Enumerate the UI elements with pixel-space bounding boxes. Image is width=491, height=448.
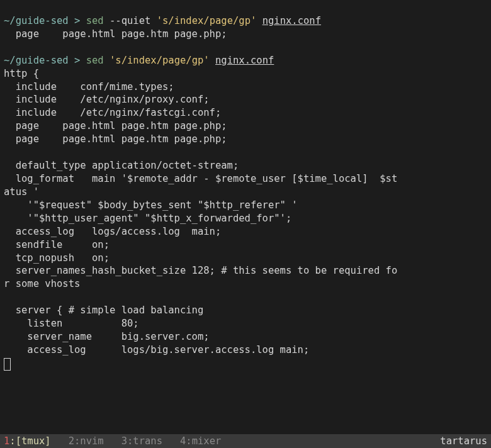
- prompt-separator: >: [74, 55, 80, 66]
- output-line: access_log logs/big.server.access.log ma…: [4, 344, 309, 356]
- tmux-window-3[interactable]: 3:trans: [121, 435, 162, 448]
- output-line: server { # simple load balancing: [4, 305, 203, 316]
- output-line: sendfile on;: [4, 239, 110, 250]
- terminal-output[interactable]: ~/guide-sed > sed --quiet 's/index/page/…: [0, 0, 491, 434]
- prompt-line-2: ~/guide-sed > sed 's/index/page/gp' ngin…: [4, 55, 274, 66]
- command-name: sed: [86, 55, 104, 66]
- window-name-active: :[tmux]: [9, 435, 50, 447]
- output-line: tcp_nopush on;: [4, 252, 110, 264]
- command-name: sed: [86, 15, 104, 26]
- output-line: http {: [4, 68, 39, 79]
- output-line: '"$request" $body_bytes_sent "$http_refe…: [4, 199, 298, 211]
- output-line: page page.html page.htm page.php;: [4, 133, 227, 145]
- command-flag: --quiet: [110, 15, 150, 26]
- output-line: server_name big.server.com;: [4, 331, 210, 342]
- command-string: 's/index/page/gp': [110, 55, 210, 66]
- output-line: server_names_hash_bucket_size 128; # thi…: [4, 265, 397, 276]
- output-line: atus ': [4, 186, 39, 198]
- output-line: include conf/mime.types;: [4, 81, 174, 92]
- tmux-statusbar: 1:[tmux]2:nvim3:trans4:mixer tartarus: [0, 434, 491, 448]
- output-line: include /etc/nginx/proxy.conf;: [4, 94, 210, 105]
- output-line: listen 80;: [4, 318, 139, 329]
- window-number: 1: [4, 435, 9, 447]
- prompt-path: ~/guide-sed: [4, 55, 69, 66]
- command-arg: nginx.conf: [262, 15, 321, 26]
- command-string: 's/index/page/gp': [157, 15, 257, 26]
- output-line: log_format main '$remote_addr - $remote_…: [4, 173, 397, 184]
- output-line: '"$http_user_agent" "$http_x_forwarded_f…: [4, 213, 291, 224]
- tmux-window-1[interactable]: 1:[tmux]: [4, 435, 51, 448]
- tmux-window-2[interactable]: 2:nvim: [69, 435, 104, 448]
- output-line: access_log logs/access.log main;: [4, 226, 221, 237]
- output-line: include /etc/nginx/fastcgi.conf;: [4, 107, 221, 118]
- tmux-window-4[interactable]: 4:mixer: [180, 435, 221, 448]
- command-arg: nginx.conf: [215, 55, 274, 66]
- output-line: page page.html page.htm page.php;: [4, 28, 227, 40]
- tmux-hostname: tartarus: [440, 435, 487, 448]
- prompt-line-1: ~/guide-sed > sed --quiet 's/index/page/…: [4, 15, 321, 26]
- cursor: [4, 358, 11, 371]
- prompt-separator: >: [74, 15, 80, 26]
- output-line: r some vhosts: [4, 278, 80, 289]
- output-line: page page.html page.htm page.php;: [4, 120, 227, 132]
- prompt-path: ~/guide-sed: [4, 15, 69, 26]
- output-line: default_type application/octet-stream;: [4, 160, 239, 171]
